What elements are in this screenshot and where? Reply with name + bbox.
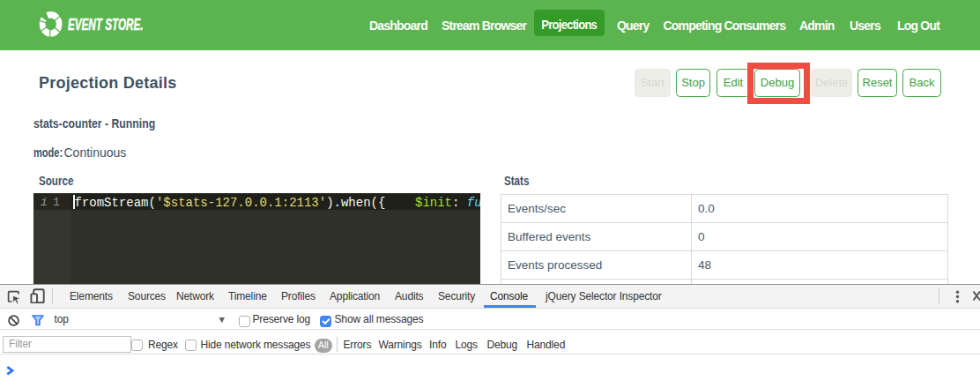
svg-text:EVENT STORE.: EVENT STORE. bbox=[68, 15, 143, 33]
